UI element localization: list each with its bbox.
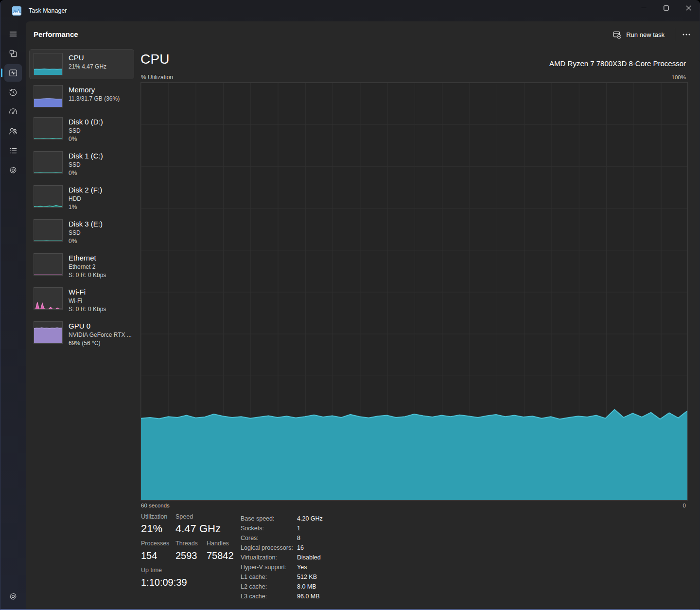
processor-name: AMD Ryzen 7 7800X3D 8-Core Processor (549, 59, 686, 68)
cpu-pane-title: CPU (140, 52, 170, 67)
sidebar-item-title: Disk 2 (F:) (69, 185, 102, 195)
close-button[interactable] (677, 0, 700, 16)
sidebar-item-gpu-0[interactable]: GPU 0 NVIDIA GeForce RTX ... 69% (56 °C) (30, 318, 134, 349)
sidebar-item-detail: 1% (69, 203, 102, 211)
cpu-stats-right: Base speed: 4.20 GHz Sockets: 1 Cores: 8… (241, 514, 323, 601)
task-manager-window: Task Manager (0, 0, 700, 610)
sidebar-item-detail: HDD (69, 195, 102, 203)
sidebar-item-wifi[interactable]: Wi-Fi Wi-Fi S: 0 R: 0 Kbps (30, 284, 134, 315)
nav-details[interactable] (4, 142, 22, 159)
disk3-mini-chart (34, 219, 63, 242)
stat-threads: Threads 2593 (175, 540, 198, 561)
nav-performance[interactable] (4, 64, 22, 82)
window-title: Task Manager (29, 0, 67, 21)
stat-row-virtualization: Virtualization: Disabled (241, 553, 323, 562)
x-axis-right-label: 0 (683, 503, 686, 508)
sidebar-item-disk-2[interactable]: Disk 2 (F:) HDD 1% (30, 182, 134, 213)
menu-button[interactable] (4, 25, 22, 43)
nav-rail (0, 21, 26, 609)
nav-services[interactable] (4, 161, 22, 179)
stat-processes: Processes 154 (141, 540, 169, 561)
gpu0-mini-chart (34, 321, 63, 344)
disk0-mini-chart (34, 117, 63, 139)
run-new-task-label: Run new task (626, 31, 665, 38)
sidebar-item-title: Wi-Fi (69, 287, 106, 297)
stat-row-l1-cache: L1 cache: 512 KB (241, 572, 323, 582)
page-header: Performance Run new task (26, 21, 700, 47)
stat-handles: Handles 75842 (207, 540, 234, 561)
sidebar-item-detail: S: 0 R: 0 Kbps (69, 305, 106, 314)
more-options-button[interactable] (678, 27, 695, 42)
nav-users[interactable] (4, 122, 22, 140)
sidebar-item-disk-0[interactable]: Disk 0 (D:) SSD 0% (30, 114, 134, 145)
maximize-button[interactable] (655, 0, 677, 16)
stat-speed: Speed 4.47 GHz (175, 513, 221, 535)
stat-row-hyperv: Hyper-V support: Yes (241, 562, 323, 572)
header-divider (675, 28, 675, 41)
sidebar-item-detail: SSD (69, 127, 103, 135)
app-history-icon (8, 87, 18, 97)
stat-row-l2-cache: L2 cache: 8.0 MB (241, 582, 323, 592)
nav-startup-apps[interactable] (4, 103, 22, 121)
sidebar-item-title: CPU (69, 53, 106, 63)
window-controls (632, 0, 700, 16)
stat-row-logical-processors: Logical processors: 16 (241, 543, 323, 553)
stat-row-base-speed: Base speed: 4.20 GHz (241, 514, 323, 523)
sidebar-item-detail: NVIDIA GeForce RTX ... (69, 331, 130, 339)
ethernet-mini-chart (34, 253, 63, 276)
sidebar-item-memory[interactable]: Memory 11.3/31.7 GB (36%) (30, 82, 134, 111)
page-title: Performance (34, 21, 78, 47)
ellipsis-icon (682, 34, 690, 35)
sidebar-item-disk-3[interactable]: Disk 3 (E:) SSD 0% (30, 216, 134, 247)
sidebar-item-title: Memory (69, 85, 120, 95)
sidebar-item-detail: 21% 4.47 GHz (69, 63, 106, 71)
title-bar: Task Manager (0, 0, 700, 21)
sidebar-item-detail: 0% (69, 237, 103, 245)
settings-gear-icon (8, 592, 18, 601)
disk1-mini-chart (34, 151, 63, 174)
sidebar-item-detail: 11.3/31.7 GB (36%) (69, 95, 120, 103)
nav-app-history[interactable] (4, 84, 22, 101)
details-icon (8, 146, 18, 156)
performance-sidebar: CPU 21% 4.47 GHz Memory 11.3/31.7 GB (36… (30, 50, 134, 349)
nav-selection-indicator (1, 69, 2, 77)
minimize-button[interactable] (632, 0, 655, 16)
sidebar-item-detail: Wi-Fi (69, 297, 106, 305)
cpu-stats-left: Utilization 21% Speed 4.47 GHz Processes… (141, 513, 238, 606)
nav-processes[interactable] (4, 45, 22, 62)
stat-row-l3-cache: L3 cache: 96.0 MB (241, 592, 323, 601)
services-icon (8, 165, 18, 175)
sidebar-item-detail: SSD (69, 161, 103, 169)
sidebar-item-detail: S: 0 R: 0 Kbps (69, 271, 106, 279)
wifi-mini-chart (34, 287, 63, 310)
sidebar-item-disk-1[interactable]: Disk 1 (C:) SSD 0% (30, 148, 134, 179)
y-axis-label: % Utilization (141, 74, 173, 81)
x-axis-left-label: 60 seconds (141, 503, 170, 508)
sidebar-item-cpu[interactable]: CPU 21% 4.47 GHz (30, 50, 134, 79)
sidebar-item-ethernet[interactable]: Ethernet Ethernet 2 S: 0 R: 0 Kbps (30, 250, 134, 281)
sidebar-item-title: Disk 0 (D:) (69, 117, 103, 127)
performance-icon (8, 68, 18, 78)
sidebar-item-detail: SSD (69, 229, 103, 237)
cpu-utilization-chart (140, 82, 688, 501)
run-new-task-icon (612, 30, 622, 39)
memory-mini-chart (34, 85, 63, 107)
content-panel: Performance Run new task (26, 21, 700, 609)
sidebar-item-detail: 0% (69, 135, 103, 143)
sidebar-item-detail: Ethernet 2 (69, 263, 106, 271)
sidebar-item-title: Disk 3 (E:) (69, 219, 103, 229)
settings-button[interactable] (4, 588, 22, 605)
y-axis-max-label: 100% (672, 74, 686, 80)
startup-apps-icon (8, 107, 18, 117)
sidebar-item-title: GPU 0 (69, 321, 130, 331)
run-new-task-button[interactable]: Run new task (608, 27, 669, 42)
sidebar-item-detail: 69% (56 °C) (69, 339, 130, 348)
disk2-mini-chart (34, 185, 63, 208)
sidebar-item-detail: 0% (69, 169, 103, 177)
sidebar-item-title: Ethernet (69, 253, 106, 263)
users-icon (8, 126, 18, 136)
cpu-mini-chart (34, 53, 63, 75)
task-manager-app-icon (12, 6, 21, 16)
stat-row-cores: Cores: 8 (241, 533, 323, 543)
sidebar-item-title: Disk 1 (C:) (69, 151, 103, 161)
